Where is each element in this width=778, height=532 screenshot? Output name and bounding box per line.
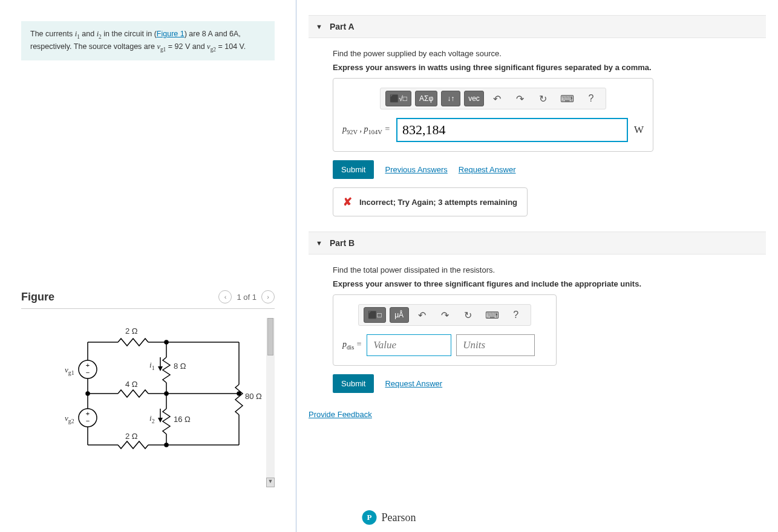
unit: V	[185, 42, 190, 51]
figure-scrollbar[interactable]	[266, 318, 275, 487]
problem-statement: The currents i1 and i2 in the circuit in…	[21, 21, 275, 60]
previous-answers-link[interactable]: Previous Answers	[385, 165, 447, 174]
text: = 104	[216, 42, 240, 51]
part-b-instruction: Express your answer to three significant…	[333, 279, 766, 288]
part-b-header[interactable]: ▼ Part B	[309, 232, 766, 255]
collapse-icon: ▼	[316, 23, 322, 30]
units-input[interactable]	[456, 334, 535, 356]
keyboard-button[interactable]: ⌨	[482, 307, 503, 323]
figure-viewport: + − + − 2 Ω 8 Ω 4 Ω 80 Ω 16 Ω	[21, 318, 275, 487]
circuit-diagram: + − + − 2 Ω 8 Ω 4 Ω 80 Ω 16 Ω	[57, 324, 275, 475]
text: in the circuit in (	[102, 30, 157, 38]
svg-point-20	[86, 392, 90, 395]
label-i2: i2	[149, 414, 155, 424]
submit-button[interactable]: Submit	[333, 374, 374, 393]
var-vg2: vg2	[207, 42, 216, 51]
text: and	[80, 30, 97, 38]
templates-button[interactable]: ⬛□	[364, 307, 385, 323]
answer-variable-label: p92V , p104V =	[342, 125, 390, 135]
label-r-4: 4 Ω	[125, 380, 138, 389]
request-answer-link[interactable]: Request Answer	[459, 165, 516, 174]
svg-point-18	[165, 392, 168, 395]
undo-button[interactable]: ↶	[488, 91, 507, 106]
text: The currents	[30, 30, 75, 38]
redo-button[interactable]: ↷	[436, 307, 455, 323]
label-i1: i1	[149, 360, 155, 371]
request-answer-link[interactable]: Request Answer	[385, 379, 442, 388]
pearson-logo-icon: P	[362, 510, 377, 525]
undo-button[interactable]: ↶	[413, 307, 432, 323]
reset-button[interactable]: ↻	[459, 307, 478, 323]
text: ) are 8	[185, 30, 208, 38]
part-a-answer-box: ⬛√□ ΑΣφ ↓↑ vec ↶ ↷ ↻ ⌨ ? p92V , p104V = …	[333, 78, 653, 152]
unit: V	[240, 42, 244, 51]
figure-prev-button[interactable]: ‹	[218, 290, 232, 303]
text: and 6	[212, 30, 234, 38]
svg-text:−: −	[86, 417, 90, 424]
help-button[interactable]: ?	[581, 91, 601, 106]
units-tool-button[interactable]: μÅ	[390, 307, 409, 323]
part-b-title: Part B	[330, 238, 355, 248]
svg-text:+: +	[86, 410, 90, 417]
keyboard-button[interactable]: ⌨	[557, 91, 578, 106]
part-a-title: Part A	[330, 22, 355, 31]
reset-button[interactable]: ↻	[534, 91, 553, 106]
svg-point-19	[165, 443, 168, 447]
text: = 92	[166, 42, 185, 51]
collapse-icon: ▼	[316, 239, 322, 247]
label-r-top: 2 Ω	[125, 326, 138, 336]
pearson-brand-text: Pearson	[382, 511, 416, 524]
incorrect-icon: ✘	[343, 195, 352, 209]
var-vg1: vg1	[157, 42, 166, 51]
units-toolbar: ⬛□ μÅ ↶ ↷ ↻ ⌨ ?	[358, 304, 531, 326]
part-b-prompt: Find the total power dissipated in the r…	[333, 265, 766, 274]
svg-text:+: +	[86, 362, 90, 369]
label-r-bot: 2 Ω	[125, 432, 138, 441]
subscript-button[interactable]: ↓↑	[441, 91, 460, 106]
label-vg2: vg2	[65, 414, 74, 424]
label-r-80: 80 Ω	[245, 392, 262, 401]
templates-button[interactable]: ⬛√□	[385, 91, 411, 106]
svg-marker-29	[158, 418, 163, 423]
svg-marker-27	[158, 366, 163, 371]
figure-pager: 1 of 1	[237, 293, 257, 302]
value-input[interactable]	[367, 334, 451, 356]
submit-button[interactable]: Submit	[333, 160, 374, 179]
figure-next-button[interactable]: ›	[261, 290, 275, 303]
label-r-8: 8 Ω	[174, 362, 186, 371]
answer-variable-label: pdis =	[342, 340, 362, 351]
brand-footer: P Pearson	[362, 510, 416, 525]
text: and	[190, 42, 207, 51]
svg-text:−: −	[86, 369, 90, 376]
feedback-text: Incorrect; Try Again; 3 attempts remaini…	[359, 198, 517, 207]
text: .	[244, 42, 246, 51]
vector-button[interactable]: vec	[464, 91, 484, 106]
part-b-answer-box: ⬛□ μÅ ↶ ↷ ↻ ⌨ ? pdis =	[333, 294, 557, 366]
label-vg1: vg1	[65, 365, 74, 376]
label-r-16: 16 Ω	[174, 415, 191, 424]
part-a-header[interactable]: ▼ Part A	[309, 15, 766, 38]
help-button[interactable]: ?	[506, 307, 526, 323]
svg-point-21	[237, 392, 241, 395]
part-a-prompt: Find the power supplied by each voltage …	[333, 49, 766, 58]
equation-toolbar: ⬛√□ ΑΣφ ↓↑ vec ↶ ↷ ↻ ⌨ ?	[380, 88, 606, 109]
var-i1: i1	[75, 30, 80, 38]
figure-link[interactable]: Figure 1	[157, 30, 185, 38]
svg-point-17	[165, 340, 168, 344]
redo-button[interactable]: ↷	[511, 91, 530, 106]
feedback-message: ✘ Incorrect; Try Again; 3 attempts remai…	[333, 187, 528, 216]
answer-unit: W	[634, 124, 644, 136]
part-a-instruction: Express your answers in watts using thre…	[333, 63, 766, 72]
answer-input[interactable]	[396, 118, 628, 142]
var-i2: i2	[97, 30, 102, 38]
greek-button[interactable]: ΑΣφ	[415, 91, 437, 106]
provide-feedback-link[interactable]: Provide Feedback	[309, 410, 766, 419]
figure-title: Figure	[21, 291, 54, 303]
